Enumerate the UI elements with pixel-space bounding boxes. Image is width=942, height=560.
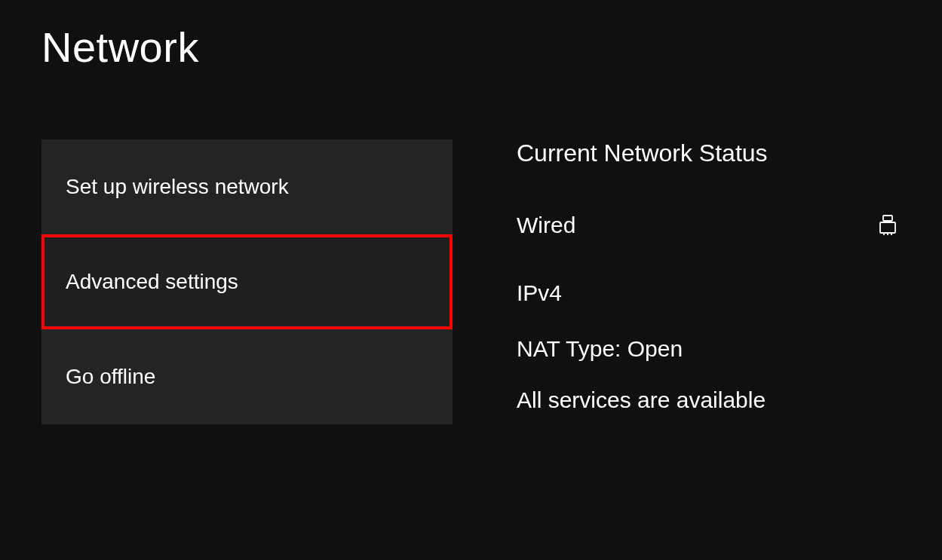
menu-item-go-offline[interactable]: Go offline [41,329,453,424]
status-heading: Current Network Status [517,139,901,167]
connection-type-label: Wired [517,213,575,238]
svg-rect-1 [880,222,895,233]
connection-type-row: Wired [517,213,901,238]
menu-item-label: Set up wireless network [66,175,289,199]
menu-item-setup-wireless[interactable]: Set up wireless network [41,139,453,234]
ip-protocol-label: IPv4 [517,280,901,307]
page-title: Network [41,23,901,72]
menu-item-label: Advanced settings [66,270,238,294]
menu-column: Set up wireless network Advanced setting… [41,139,453,424]
ethernet-icon [879,215,897,236]
menu-item-advanced-settings[interactable]: Advanced settings [41,234,453,329]
nat-type-label: NAT Type: Open [517,335,901,363]
status-column: Current Network Status Wired IPv4 N [517,139,901,424]
services-status-label: All services are available [517,387,901,414]
svg-rect-0 [883,216,892,221]
menu-item-label: Go offline [66,365,155,389]
